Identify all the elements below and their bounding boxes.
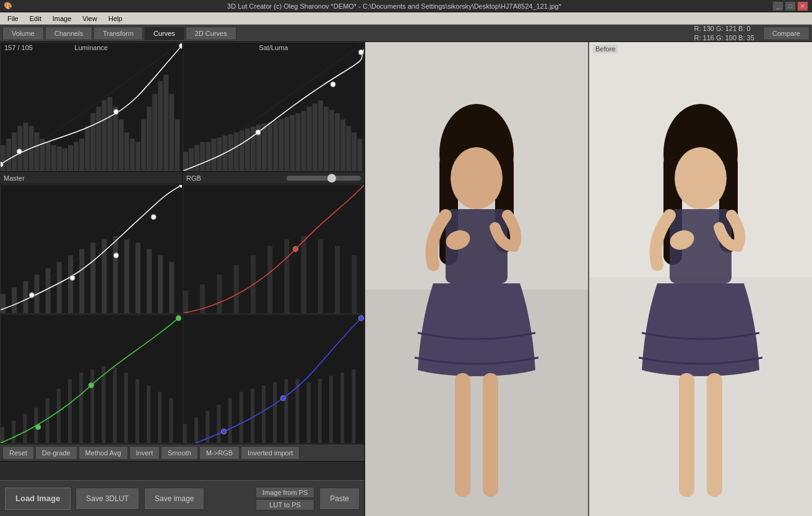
toolbar: Volume Channels Transform Curves 2D Curv… — [0, 25, 812, 42]
svg-rect-123 — [113, 368, 117, 443]
svg-rect-78 — [23, 281, 28, 313]
svg-rect-51 — [250, 127, 255, 171]
svg-rect-59 — [295, 113, 300, 171]
svg-rect-148 — [352, 369, 355, 443]
inverted-import-button[interactable]: Inverted import — [241, 446, 300, 460]
before-label: Before — [593, 45, 618, 53]
svg-rect-77 — [12, 288, 17, 313]
svg-rect-125 — [136, 379, 139, 444]
svg-point-150 — [280, 395, 285, 400]
svg-rect-144 — [306, 382, 310, 443]
blue-panel[interactable] — [183, 314, 365, 444]
svg-rect-47 — [228, 134, 233, 171]
svg-rect-85 — [102, 239, 106, 313]
svg-rect-137 — [228, 398, 231, 443]
svg-point-96 — [151, 215, 156, 220]
lut-to-ps-button[interactable]: LUT to PS — [256, 499, 314, 510]
master-channel-bar: Master — [0, 172, 183, 184]
tab-channels[interactable]: Channels — [45, 27, 92, 40]
luminance-panel[interactable]: 157 / 105 Luminance — [0, 42, 183, 171]
svg-rect-66 — [335, 113, 340, 171]
degrade-button[interactable]: De-grade — [35, 446, 77, 460]
svg-rect-163 — [483, 373, 498, 497]
svg-rect-14 — [74, 142, 79, 171]
reset-button[interactable]: Reset — [2, 446, 34, 460]
svg-rect-4 — [17, 126, 22, 171]
toolbar-info: R: 130 G: 121 B: 0 R: 116 G: 100 B: 35 — [694, 24, 754, 42]
bottom-action-buttons: Reset De-grade Method Avg Invert Smooth … — [0, 444, 365, 462]
invert-button[interactable]: Invert — [129, 446, 160, 460]
svg-rect-29 — [158, 81, 163, 171]
svg-rect-42 — [200, 142, 205, 171]
save-image-button[interactable]: Save image — [144, 488, 204, 510]
ps-buttons-group: Image from PS LUT to PS — [256, 487, 314, 510]
compare-button[interactable]: Compare — [763, 27, 810, 40]
satluma-label: Sat/Luma — [259, 44, 288, 51]
menu-image[interactable]: Image — [48, 14, 77, 23]
svg-rect-113 — [1, 427, 4, 443]
rgb-slider-thumb[interactable] — [327, 174, 336, 183]
svg-rect-44 — [211, 139, 216, 171]
minimize-btn[interactable]: _ — [772, 1, 784, 11]
svg-rect-57 — [284, 117, 289, 171]
tab-volume[interactable]: Volume — [2, 27, 44, 40]
svg-rect-19 — [102, 100, 106, 171]
svg-rect-99 — [183, 291, 188, 313]
master-label: Master — [4, 174, 25, 182]
m-rgb-button[interactable]: M->RGB — [199, 446, 240, 460]
image-from-ps-button[interactable]: Image from PS — [256, 487, 314, 498]
svg-rect-43 — [205, 142, 210, 171]
svg-rect-101 — [217, 275, 222, 313]
svg-rect-109 — [352, 256, 356, 313]
svg-rect-9 — [46, 142, 51, 171]
svg-rect-28 — [152, 94, 157, 171]
svg-rect-20 — [107, 97, 112, 171]
svg-rect-16 — [85, 126, 90, 171]
svg-point-37 — [1, 162, 3, 167]
svg-rect-82 — [68, 256, 73, 313]
svg-rect-145 — [317, 379, 321, 444]
svg-rect-7 — [34, 132, 39, 171]
svg-rect-102 — [233, 265, 238, 313]
green-panel[interactable] — [0, 314, 183, 444]
svg-rect-63 — [317, 100, 322, 171]
svg-rect-62 — [312, 103, 317, 171]
menu-file[interactable]: File — [2, 14, 24, 23]
rgb-panel[interactable] — [183, 184, 365, 314]
maximize-btn[interactable]: □ — [785, 1, 796, 11]
svg-rect-80 — [46, 269, 51, 313]
method-avg-button[interactable]: Method Avg — [79, 446, 128, 460]
menu-edit[interactable]: Edit — [25, 14, 46, 23]
menu-view[interactable]: View — [77, 14, 102, 23]
svg-rect-69 — [352, 132, 356, 171]
svg-rect-141 — [273, 382, 277, 443]
luminance-value: 157 / 105 — [4, 44, 33, 51]
load-image-button[interactable]: Load Image — [5, 488, 71, 510]
svg-rect-88 — [136, 243, 140, 313]
svg-rect-146 — [329, 376, 333, 443]
rgb-slider-track[interactable] — [287, 176, 361, 181]
svg-rect-126 — [147, 385, 150, 443]
satluma-panel[interactable]: Sat/Luma — [183, 42, 365, 171]
save-3dlut-button[interactable]: Save 3DLUT — [76, 488, 139, 510]
paste-button[interactable]: Paste — [319, 488, 360, 510]
blue-curve-svg — [183, 315, 365, 443]
close-btn[interactable]: ✕ — [797, 1, 808, 11]
svg-rect-64 — [323, 107, 328, 171]
tab-2dcurves[interactable]: 2D Curves — [186, 27, 236, 40]
main-content: 157 / 105 Luminance — [0, 42, 812, 516]
svg-rect-26 — [141, 119, 146, 171]
svg-rect-41 — [194, 145, 199, 171]
svg-rect-58 — [290, 115, 295, 171]
svg-rect-61 — [306, 107, 311, 171]
svg-rect-81 — [57, 262, 62, 313]
svg-rect-142 — [284, 379, 288, 444]
svg-point-159 — [451, 147, 503, 209]
tab-transform[interactable]: Transform — [93, 27, 143, 40]
smooth-button[interactable]: Smooth — [161, 446, 198, 460]
tab-curves[interactable]: Curves — [144, 27, 184, 40]
rgb-channel-bar: RGB — [183, 172, 365, 184]
menu-help[interactable]: Help — [103, 14, 127, 23]
master-panel[interactable] — [0, 184, 183, 314]
svg-rect-5 — [23, 123, 28, 171]
